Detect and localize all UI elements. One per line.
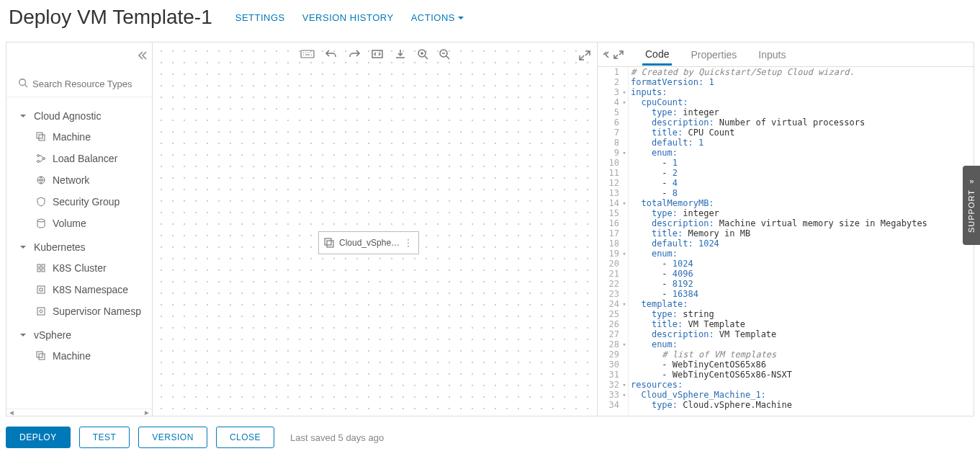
horizontal-scrollbar[interactable]: ◄ ►	[6, 409, 152, 416]
resource-icon	[35, 175, 47, 185]
code-line[interactable]: 21 - 4096	[598, 269, 974, 279]
code-line[interactable]: 23 - 16384	[598, 289, 974, 299]
page-header: Deploy VM Template-1 SETTINGS VERSION HI…	[0, 0, 980, 42]
version-button[interactable]: VERSION	[138, 427, 207, 448]
code-line[interactable]: 34 type: Cloud.vSphere.Machine	[598, 400, 974, 410]
tree-item[interactable]: Machine	[6, 345, 152, 367]
collapse-sidebar-icon[interactable]	[136, 50, 148, 63]
close-button[interactable]: CLOSE	[216, 427, 274, 448]
fit-screen-icon[interactable]	[371, 48, 384, 60]
code-panel: Code Properties Inputs 1# Created by Qui…	[597, 43, 974, 416]
scroll-right-icon[interactable]: ►	[143, 409, 150, 416]
code-line[interactable]: 1# Created by Quickstart/Setup Cloud wiz…	[598, 67, 974, 77]
expand-canvas-icon[interactable]	[578, 50, 591, 63]
svg-point-0	[19, 79, 26, 86]
code-line[interactable]: 16 description: Machine virtual memory s…	[598, 218, 974, 228]
resource-icon	[35, 306, 47, 316]
resource-icon	[35, 197, 47, 207]
tab-inputs[interactable]: Inputs	[755, 45, 788, 65]
resource-tree[interactable]: Cloud AgnosticMachineLoad BalancerNetwor…	[6, 97, 152, 409]
code-line[interactable]: 13 - 8	[598, 188, 974, 198]
resource-icon	[35, 132, 47, 142]
undo-icon[interactable]	[325, 48, 338, 60]
code-line[interactable]: 12 - 4	[598, 178, 974, 188]
code-line[interactable]: 19▾ enum:	[598, 249, 974, 259]
svg-rect-16	[39, 354, 45, 360]
code-line[interactable]: 29 # list of VM templates	[598, 349, 974, 360]
code-line[interactable]: 26 title: VM Template	[598, 319, 974, 329]
node-menu-icon[interactable]: ⋮	[403, 238, 414, 248]
code-line[interactable]: 22 - 8192	[598, 279, 974, 289]
code-line[interactable]: 30 - WebTinyCentOS65x86	[598, 360, 974, 370]
design-canvas[interactable]: Cloud_vSpher… ⋮	[153, 43, 597, 416]
code-line[interactable]: 6 description: Number of virtual process…	[598, 117, 974, 128]
code-line[interactable]: 7 title: CPU Count	[598, 128, 974, 138]
scroll-left-icon[interactable]: ◄	[8, 409, 15, 416]
svg-rect-15	[37, 352, 42, 357]
code-line[interactable]: 14▾ totalMemoryMB:	[598, 198, 974, 208]
resource-icon	[35, 153, 47, 164]
code-line[interactable]: 24▾ template:	[598, 299, 974, 309]
svg-rect-2	[39, 135, 45, 140]
canvas-node-label: Cloud_vSpher…	[339, 238, 403, 248]
tab-properties[interactable]: Properties	[688, 45, 740, 65]
expand-code-panel-icon[interactable]	[603, 50, 624, 59]
code-line[interactable]: 28▾ enum:	[598, 339, 974, 349]
zoom-out-icon[interactable]	[439, 48, 450, 60]
code-line[interactable]: 25 type: string	[598, 309, 974, 319]
code-line[interactable]: 32▾resources:	[598, 380, 974, 390]
search-icon	[18, 78, 28, 90]
deploy-button[interactable]: DEPLOY	[6, 427, 71, 448]
code-editor[interactable]: 1# Created by Quickstart/Setup Cloud wiz…	[598, 67, 974, 416]
download-icon[interactable]	[394, 48, 407, 60]
settings-link[interactable]: SETTINGS	[235, 12, 285, 23]
code-line[interactable]: 15 type: integer	[598, 208, 974, 218]
page-title: Deploy VM Template-1	[9, 6, 212, 29]
tree-group[interactable]: Kubernetes	[6, 234, 152, 257]
test-button[interactable]: TEST	[79, 427, 130, 448]
tree-item[interactable]: Machine	[6, 126, 152, 148]
code-line[interactable]: 9▾ enum:	[598, 148, 974, 158]
code-line[interactable]: 11 - 2	[598, 168, 974, 178]
resource-icon	[35, 285, 47, 295]
code-line[interactable]: 5 type: integer	[598, 107, 974, 117]
code-line[interactable]: 31 - WebTinyCentOS65x86-NSXT	[598, 370, 974, 380]
svg-rect-17	[301, 50, 314, 58]
code-line[interactable]: 3▾inputs:	[598, 87, 974, 97]
tab-code[interactable]: Code	[642, 44, 672, 66]
tree-group[interactable]: vSphere	[6, 322, 152, 345]
svg-rect-10	[37, 269, 40, 272]
main-area: Cloud AgnosticMachineLoad BalancerNetwor…	[6, 42, 974, 416]
tree-item[interactable]: Network	[6, 169, 152, 191]
support-tab[interactable]: SUPPORT «	[963, 166, 980, 245]
code-line[interactable]: 20 - 1024	[598, 259, 974, 269]
tree-item[interactable]: Load Balancer	[6, 148, 152, 169]
svg-rect-21	[325, 238, 331, 245]
tree-item[interactable]: Security Group	[6, 191, 152, 213]
redo-icon[interactable]	[348, 48, 361, 60]
tree-item[interactable]: Supervisor Namesp	[6, 300, 152, 322]
machine-icon	[323, 237, 335, 249]
tree-item[interactable]: Volume	[6, 213, 152, 234]
code-line[interactable]: 27 description: VM Template	[598, 329, 974, 339]
keyboard-icon[interactable]	[300, 48, 315, 60]
code-line[interactable]: 17 title: Memory in MB	[598, 228, 974, 238]
code-line[interactable]: 18 default: 1024	[598, 238, 974, 249]
code-line[interactable]: 33▾ Cloud_vSphere_Machine_1:	[598, 390, 974, 400]
actions-dropdown[interactable]: ACTIONS	[411, 12, 464, 23]
tree-item[interactable]: K8S Cluster	[6, 257, 152, 279]
code-line[interactable]: 8 default: 1	[598, 138, 974, 148]
code-line[interactable]: 2formatVersion: 1	[598, 77, 974, 87]
zoom-in-icon[interactable]	[417, 48, 428, 60]
search-row	[6, 71, 152, 97]
canvas-node-vsphere-machine[interactable]: Cloud_vSpher… ⋮	[318, 231, 419, 254]
tree-group[interactable]: Cloud Agnostic	[6, 103, 152, 126]
search-input[interactable]	[32, 79, 149, 89]
tree-item[interactable]: K8S Namespace	[6, 279, 152, 300]
version-history-link[interactable]: VERSION HISTORY	[302, 12, 394, 23]
svg-point-7	[37, 219, 45, 222]
code-line[interactable]: 10 - 1	[598, 158, 974, 168]
svg-rect-9	[42, 264, 45, 267]
canvas-toolbar	[300, 48, 450, 60]
code-line[interactable]: 4▾ cpuCount:	[598, 97, 974, 107]
